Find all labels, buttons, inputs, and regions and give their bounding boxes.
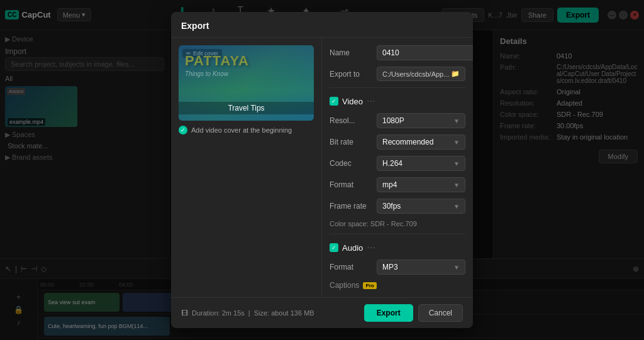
captions-label: Captions [330,281,359,290]
audio-format-field-row: Format MP3 ▼ [330,260,465,275]
export-path-value: C:/Users/cdcsb/App... [382,70,449,78]
bitrate-value: Recommended [382,138,433,146]
resol-label: Resol... [330,116,377,125]
resol-select[interactable]: 1080P ▼ [377,113,465,128]
dialog-body: ✏ Edit cover PATTAYA Things to Know Trav… [171,38,473,297]
codec-field-row: Codec H.264 ▼ [330,156,465,171]
bitrate-select[interactable]: Recommended ▼ [377,134,465,150]
audio-section-header: ✓ Audio ··· [330,239,465,253]
export-dialog: Export ✏ Edit cover PATTAYA Things to Kn… [171,12,473,328]
dialog-preview-section: ✏ Edit cover PATTAYA Things to Know Trav… [171,38,322,297]
resol-arrow: ▼ [453,118,460,124]
codec-select[interactable]: H.264 ▼ [377,156,465,171]
format-select[interactable]: mp4 ▼ [377,177,465,192]
footer-separator: | [248,309,250,317]
add-cover-row[interactable]: ✓ Add video cover at the beginning [179,126,314,134]
add-cover-check-icon: ✓ [179,126,187,134]
dialog-settings: Name Export to C:/Users/cdcsb/App... 📁 ✓… [322,38,473,297]
resol-value: 1080P [382,116,404,125]
format-value: mp4 [382,180,397,189]
codec-value: H.264 [382,159,402,168]
name-field-row: Name [330,45,465,60]
footer-size: Size: about 136 MB [254,309,314,317]
framerate-arrow: ▼ [453,203,460,210]
bitrate-label: Bit rate [330,138,377,146]
footer-actions: Export Cancel [364,304,463,322]
framerate-field-row: Frame rate 30fps ▼ [330,199,465,214]
framerate-label: Frame rate [330,202,377,211]
captions-row: Captions Pro [330,281,465,290]
name-label: Name [330,48,377,57]
video-section-label: Video [342,97,363,106]
audio-format-label: Format [330,263,377,271]
colorspace-row: Color space: SDR - Rec.709 [330,220,465,228]
footer-duration: Duration: 2m 15s [192,309,245,317]
divider-2 [330,234,465,234]
export-path-field[interactable]: C:/Users/cdcsb/App... 📁 [377,67,465,81]
codec-label: Codec [330,159,377,168]
video-preview: ✏ Edit cover PATTAYA Things to Know Trav… [179,45,314,121]
format-arrow: ▼ [453,182,460,189]
framerate-value: 30fps [382,202,401,211]
bitrate-field-row: Bit rate Recommended ▼ [330,134,465,150]
film-icon: 🎞 [181,309,188,317]
audio-format-select[interactable]: MP3 ▼ [377,260,465,275]
video-check-icon[interactable]: ✓ [330,97,338,106]
format-field-row: Format mp4 ▼ [330,177,465,192]
footer-info: 🎞 Duration: 2m 15s | Size: about 136 MB [181,309,314,317]
cancel-button[interactable]: Cancel [418,304,463,322]
export-button[interactable]: Export [364,304,413,322]
dialog-overlay: Export ✏ Edit cover PATTAYA Things to Kn… [0,0,644,340]
audio-section-label: Audio [342,243,363,253]
audio-format-value: MP3 [382,263,398,271]
preview-bottom-text: Travel Tips [179,102,314,114]
export-to-label: Export to [330,70,377,79]
audio-section-menu[interactable]: ··· [367,242,375,253]
resol-field-row: Resol... 1080P ▼ [330,113,465,128]
video-section-header: ✓ Video ··· [330,93,465,107]
name-input[interactable] [377,45,473,60]
audio-check-icon[interactable]: ✓ [330,243,338,252]
colorspace-text: Color space: SDR - Rec.709 [330,220,417,228]
export-to-field-row: Export to C:/Users/cdcsb/App... 📁 [330,67,465,81]
video-section-menu[interactable]: ··· [367,96,375,107]
format-label: Format [330,180,377,189]
pro-badge: Pro [363,282,376,289]
folder-icon: 📁 [451,70,460,78]
bitrate-arrow: ▼ [453,139,460,146]
dialog-header: Export [171,12,473,38]
add-cover-label: Add video cover at the beginning [191,126,292,134]
framerate-select[interactable]: 30fps ▼ [377,199,465,214]
dialog-title: Export [181,21,209,31]
dialog-footer: 🎞 Duration: 2m 15s | Size: about 136 MB … [171,297,473,328]
divider-1 [330,87,465,88]
codec-arrow: ▼ [453,160,460,167]
audio-format-arrow: ▼ [453,264,460,271]
